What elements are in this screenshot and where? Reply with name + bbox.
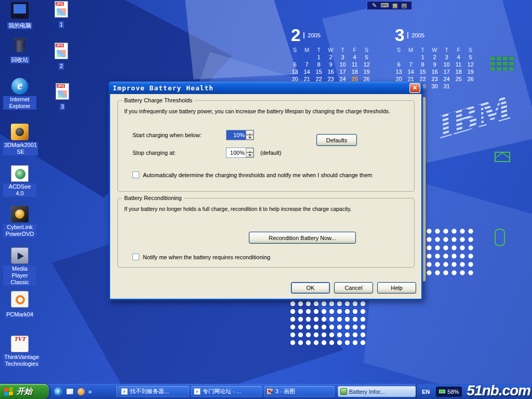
language-indicator[interactable]: EN	[422, 389, 430, 395]
notify-reconditioning-checkbox[interactable]	[132, 254, 139, 260]
calendar-day: 18	[453, 69, 464, 75]
calendar-day: 12	[361, 61, 373, 68]
calendar-day: 15	[417, 69, 429, 75]
reconditioning-description: If your battery no longer holds a full c…	[124, 206, 352, 212]
battery-reconditioning-group: Battery Reconditioning If your battery n…	[117, 198, 415, 268]
thresholds-description: If you infrequently use battery power, y…	[124, 108, 390, 114]
desktop-icon-my-computer[interactable]: 我的电脑	[3, 2, 36, 30]
battery-charge-thresholds-group: Battery Charge Thresholds If you infrequ…	[117, 100, 415, 192]
taskbar-window-battery-information[interactable]: Battery Infor...	[338, 386, 416, 397]
desktop-icon-label: ACDSee 4.0	[3, 183, 36, 197]
taskbar-window-paint[interactable]: 3 - 画图	[264, 386, 335, 397]
taskbar-window-label: 找不到服务器...	[130, 388, 169, 395]
auto-determine-checkbox[interactable]	[132, 171, 139, 178]
doc-icon[interactable]: ▤	[402, 3, 407, 8]
calendar-day: 13	[289, 69, 301, 75]
desktop-icon-jpg-2[interactable]: 2	[45, 43, 78, 70]
dialog-titlebar[interactable]: Improve Battery Health ✕	[109, 82, 423, 94]
pen-icon[interactable]: ✎	[372, 3, 377, 8]
cancel-button[interactable]: Cancel	[334, 282, 373, 294]
calendar-day	[405, 54, 417, 60]
pen-toolbar[interactable]: ✎ ⌨ ▦ ▤	[367, 1, 412, 10]
start-threshold-value[interactable]: 10%	[227, 130, 246, 140]
spinner-down-button[interactable]	[246, 153, 254, 157]
spinner-down-button[interactable]	[246, 135, 254, 140]
calendar-weekday: T	[441, 47, 453, 53]
cylinder-decoration	[495, 229, 505, 246]
battery-tray-box[interactable]: 58%	[436, 387, 462, 397]
windows-logo-icon	[4, 387, 14, 396]
desktop-icon-pcmark04[interactable]: PCMark04	[3, 291, 36, 318]
white-dots-pattern	[289, 300, 368, 345]
start-threshold-spinner[interactable]: 10%	[226, 130, 254, 140]
thinkvantage-icon	[11, 336, 29, 352]
quicklaunch-ie-icon[interactable]: e	[54, 388, 62, 396]
desktop-icon-media-player-classic[interactable]: Media Player Classic	[3, 247, 36, 286]
start-button[interactable]: 开始	[0, 384, 49, 399]
battery-percent: 58%	[447, 389, 459, 395]
grid-icon[interactable]: ▦	[392, 3, 397, 8]
calendar-day: 9	[325, 61, 337, 68]
calendar-day: 16	[429, 69, 441, 75]
calendar-day: 19	[361, 69, 373, 75]
calendar-day: 17	[441, 69, 453, 75]
calendar-day: 30	[429, 83, 441, 89]
stop-charging-label: Stop charging at:	[132, 150, 176, 156]
desktop-icon-3dmark2001[interactable]: 3DMark2001 SE	[3, 124, 36, 156]
calendar-day	[301, 54, 313, 60]
calendar-day: 9	[429, 61, 441, 68]
desktop-icon-jpg-3[interactable]: 3	[46, 83, 79, 111]
quicklaunch-show-desktop-icon[interactable]	[66, 388, 74, 395]
quicklaunch-chevron-icon[interactable]: »	[88, 388, 92, 395]
calendar-month: 2	[291, 27, 300, 43]
calendar-weekday: W	[429, 47, 441, 53]
notify-reconditioning-checkbox-row[interactable]: Notify me when the battery requires reco…	[132, 254, 270, 260]
close-button[interactable]: ✕	[409, 83, 420, 93]
calendar-day	[453, 83, 464, 89]
internet-explorer-icon	[11, 78, 28, 95]
3dmark-icon	[11, 124, 29, 140]
recondition-battery-button[interactable]: Recondition Battery Now...	[249, 232, 356, 244]
desktop-icon-thinkvantage[interactable]: ThinkVantage Technologies	[3, 336, 36, 368]
keyboard-icon[interactable]: ⌨	[380, 3, 389, 8]
desktop-icon-recycle-bin[interactable]: 回收站	[3, 36, 36, 64]
ok-button[interactable]: OK	[291, 282, 330, 294]
desktop-icon-jpg-1[interactable]: 1	[45, 1, 78, 29]
calendar-weekday: T	[337, 47, 349, 53]
calendar-day: 1	[313, 54, 325, 60]
stop-threshold-value[interactable]: 100%	[227, 148, 246, 157]
desktop-icon-label: 回收站	[10, 57, 30, 63]
taskbar-window-label: Battery Infor...	[349, 389, 384, 395]
taskbar-window-server-not-found[interactable]: 找不到服务器...	[118, 386, 189, 397]
spinner-up-button[interactable]	[246, 148, 254, 153]
desktop-icon-label: 1	[59, 21, 64, 28]
calendar-weekday: M	[405, 47, 417, 53]
spinner-buttons	[246, 148, 254, 157]
calendar-day: 8	[417, 61, 429, 68]
desktop-icon-acdsee[interactable]: ACDSee 4.0	[3, 165, 36, 197]
improve-battery-health-dialog: Improve Battery Health ✕ Battery Charge …	[109, 82, 423, 300]
taskbar-window-forum[interactable]: 专门网论坛 - ...	[191, 386, 262, 397]
calendar-day: 16	[325, 69, 337, 75]
calendar-day: 3	[441, 54, 453, 60]
calendar-weekday: S	[361, 47, 373, 53]
desktop-icon-powerdvd[interactable]: CyberLink PowerDVD	[3, 206, 36, 238]
spinner-buttons	[246, 130, 254, 140]
taskbar-window-label: 3 - 画图	[275, 388, 295, 395]
battery-icon	[340, 388, 347, 395]
calendar-day: 7	[405, 61, 417, 68]
calendar-day: 15	[313, 69, 325, 75]
spinner-up-button[interactable]	[246, 130, 254, 135]
quicklaunch-media-icon[interactable]	[77, 388, 85, 395]
paint-icon	[267, 388, 273, 395]
desktop-icon-label: Internet Explorer	[3, 96, 36, 110]
help-button[interactable]: Help	[377, 282, 416, 294]
calendar-weekday: T	[417, 47, 429, 53]
stop-threshold-spinner[interactable]: 100%	[226, 148, 254, 158]
defaults-button[interactable]: Defaults	[316, 134, 357, 146]
calendar-day	[464, 83, 476, 89]
media-player-classic-icon	[11, 247, 29, 264]
pcmark-icon	[11, 291, 29, 308]
desktop-icon-internet-explorer[interactable]: Internet Explorer	[3, 78, 36, 110]
auto-determine-checkbox-row[interactable]: Automatically determine the charging thr…	[132, 171, 372, 178]
